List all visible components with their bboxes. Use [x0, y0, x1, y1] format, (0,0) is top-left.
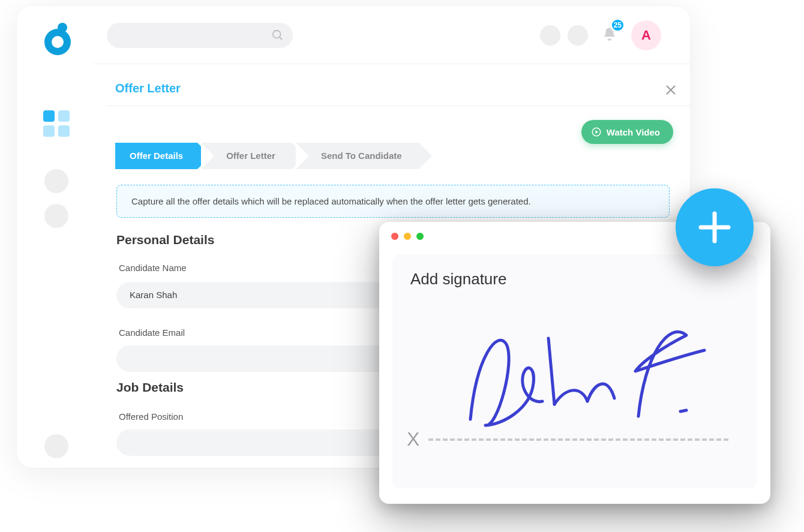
info-text: Capture all the offer details which will…: [131, 196, 531, 206]
search-icon: [271, 29, 284, 42]
dashboard-tile-icon: [58, 125, 70, 137]
dashboard-tile-icon: [43, 125, 55, 137]
sidebar: [17, 6, 94, 468]
top-bar: 25 A: [94, 6, 690, 64]
input-value: Karan Shah: [130, 290, 177, 300]
plus-icon: [697, 210, 732, 245]
step-label: Offer Letter: [226, 151, 275, 161]
page-title: Offer Letter: [115, 82, 181, 95]
close-icon: [665, 84, 677, 96]
section-heading-personal: Personal Details: [116, 233, 214, 247]
app-logo-icon: [41, 22, 74, 55]
signature-title: Add signature: [410, 270, 506, 288]
watch-video-label: Watch Video: [607, 127, 660, 137]
dashboard-tile-icon: [43, 110, 55, 122]
divider: [107, 106, 690, 106]
dashboard-tile-icon: [58, 110, 70, 122]
step-send-to-candidate[interactable]: Send To Candidate: [296, 143, 419, 169]
signature-panel: Add signature X: [392, 254, 757, 488]
traffic-light-zoom-icon[interactable]: [416, 233, 424, 240]
label-candidate-email: Candidate Email: [119, 327, 185, 338]
add-fab-button[interactable]: [676, 188, 754, 266]
sidebar-item-placeholder[interactable]: [44, 169, 68, 193]
signature-x-marker: X: [407, 428, 419, 450]
search-input[interactable]: [107, 23, 293, 48]
signature-drawing[interactable]: [464, 320, 722, 434]
info-banner: Capture all the offer details which will…: [116, 185, 670, 218]
watch-video-button[interactable]: Watch Video: [581, 120, 673, 144]
window-controls: [391, 233, 424, 240]
notification-badge: 25: [610, 18, 625, 32]
notifications-button[interactable]: 25: [600, 24, 619, 46]
label-candidate-name: Candidate Name: [119, 263, 187, 273]
sidebar-item-placeholder[interactable]: [44, 434, 68, 458]
step-offer-details[interactable]: Offer Details: [115, 143, 197, 169]
signature-baseline: X: [407, 428, 743, 450]
label-offered-position: Offered Position: [119, 411, 183, 422]
wizard-steps: Offer Details Offer Letter Send To Candi…: [115, 143, 419, 169]
close-button[interactable]: [665, 84, 677, 96]
svg-point-1: [52, 36, 64, 48]
avatar[interactable]: A: [631, 20, 661, 50]
header-action-placeholder[interactable]: [568, 25, 588, 46]
traffic-light-minimize-icon[interactable]: [404, 233, 411, 240]
section-heading-job: Job Details: [116, 380, 184, 395]
sidebar-item-placeholder[interactable]: [44, 204, 68, 228]
step-offer-letter[interactable]: Offer Letter: [201, 143, 292, 169]
header-action-placeholder[interactable]: [540, 25, 560, 46]
step-label: Offer Details: [130, 151, 183, 161]
signature-dashed-line: [428, 438, 728, 441]
play-circle-icon: [591, 127, 602, 137]
step-label: Send To Candidate: [321, 151, 402, 161]
traffic-light-close-icon[interactable]: [391, 233, 398, 240]
svg-point-3: [273, 31, 281, 38]
page-header: Offer Letter: [107, 64, 690, 106]
sidebar-item-dashboard[interactable]: [43, 110, 70, 137]
